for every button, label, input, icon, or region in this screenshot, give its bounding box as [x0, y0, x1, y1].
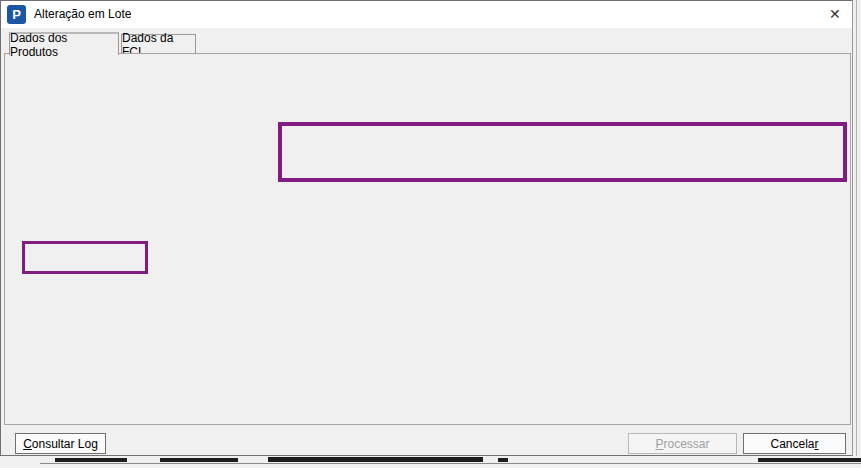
cancelar-label: Cancela [770, 437, 814, 451]
dialog-title: Alteração em Lote [34, 7, 131, 21]
background-clipped-row [0, 456, 861, 468]
processar-accesskey: P [655, 437, 663, 451]
clipped-text-fragment [55, 458, 127, 462]
clipped-text-fragment [160, 458, 238, 462]
tab-page [4, 53, 851, 425]
processar-button[interactable]: Processar [628, 433, 737, 454]
batch-change-dialog: P Alteração em Lote ✕ Dados dos Produtos… [0, 0, 853, 456]
consultar-log-accesskey: C [23, 437, 32, 451]
cancelar-button[interactable]: Cancelar [743, 433, 846, 454]
consultar-log-label: onsultar Log [32, 437, 98, 451]
tab-dados-da-fci[interactable]: Dados da FCI [121, 34, 196, 54]
processar-label: rocessar [664, 437, 710, 451]
tab-label: Dados dos Produtos [10, 31, 118, 59]
app-logo-icon: P [7, 5, 26, 24]
background-window-edge [856, 0, 857, 468]
clipped-divider [40, 463, 861, 464]
clipped-text-fragment [268, 457, 483, 462]
title-bar: P Alteração em Lote ✕ [1, 1, 852, 28]
close-icon[interactable]: ✕ [829, 6, 841, 22]
cancelar-accesskey: r [815, 437, 819, 451]
consultar-log-button[interactable]: Consultar Log [15, 433, 106, 454]
clipped-text-fragment [758, 458, 861, 462]
tab-dados-dos-produtos[interactable]: Dados dos Produtos [9, 32, 119, 55]
clipped-text-fragment [498, 458, 508, 462]
